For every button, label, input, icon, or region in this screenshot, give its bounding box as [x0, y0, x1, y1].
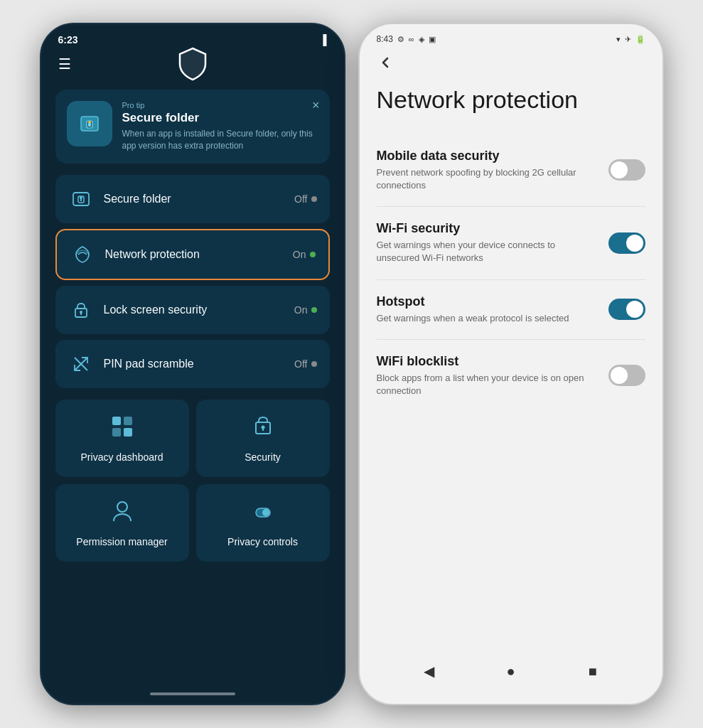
- hotspot-text: Hotspot Get warnings when a weak protoco…: [377, 294, 597, 325]
- left-battery-icon: ▐: [320, 34, 327, 46]
- setting-item-wifi-blocklist[interactable]: WiFi blocklist Block apps from a list wh…: [377, 340, 645, 412]
- left-header: ☰: [41, 50, 344, 84]
- security-label: Security: [245, 451, 281, 463]
- pin-pad-icon: [68, 351, 94, 377]
- svg-point-20: [117, 502, 127, 512]
- pin-pad-status: Off: [294, 358, 316, 370]
- bottom-grid: Privacy dashboard Security: [55, 400, 330, 562]
- page-title: Network protection: [360, 77, 662, 134]
- network-protection-icon: [70, 242, 95, 267]
- wifi-security-text: Wi-Fi security Get warnings when your de…: [377, 221, 597, 264]
- setting-item-mobile-data[interactable]: Mobile data security Prevent network spo…: [377, 134, 645, 207]
- mobile-data-name: Mobile data security: [377, 149, 597, 164]
- hotspot-desc: Get warnings when a weak protocol is sel…: [377, 312, 597, 325]
- nav-back-button[interactable]: ◀: [417, 660, 440, 682]
- status-icon-2: ∞: [409, 35, 414, 43]
- wifi-blocklist-desc: Block apps from a list when your device …: [377, 372, 597, 397]
- wifi-security-name: Wi-Fi security: [377, 221, 597, 236]
- settings-list: Mobile data security Prevent network spo…: [360, 134, 662, 412]
- grid-item-security[interactable]: Security: [196, 400, 330, 477]
- lock-screen-icon: [68, 297, 94, 323]
- svg-point-22: [262, 509, 269, 516]
- lock-screen-status-dot: [311, 307, 317, 313]
- svg-rect-16: [124, 428, 132, 437]
- secure-folder-status: Off: [294, 193, 316, 205]
- back-button[interactable]: [360, 48, 662, 77]
- right-phone: 8:43 ⚙ ∞ ◈ ▣ ▾ ✈ 🔋 Network protection Mo…: [358, 23, 664, 705]
- network-protection-status: On: [293, 249, 316, 260]
- wifi-security-desc: Get warnings when your device connects t…: [377, 239, 597, 264]
- setting-item-hotspot[interactable]: Hotspot Get warnings when a weak protoco…: [377, 280, 645, 340]
- home-indicator: [150, 692, 235, 695]
- pin-pad-label: PIN pad scramble: [104, 358, 285, 370]
- setting-item-wifi-security[interactable]: Wi-Fi security Get warnings when your de…: [377, 207, 645, 279]
- hotspot-toggle-knob: [626, 301, 643, 318]
- secure-folder-label: Secure folder: [104, 193, 285, 205]
- wifi-security-toggle[interactable]: [608, 232, 645, 254]
- right-status-bar: 8:43 ⚙ ∞ ◈ ▣ ▾ ✈ 🔋: [360, 24, 662, 48]
- mobile-data-toggle-knob: [611, 161, 628, 178]
- right-time: 8:43: [377, 34, 393, 44]
- hotspot-toggle[interactable]: [608, 299, 645, 320]
- wifi-blocklist-toggle[interactable]: [608, 365, 645, 386]
- hamburger-menu-icon[interactable]: ☰: [58, 55, 71, 73]
- pro-tip-desc: When an app is installed in Secure folde…: [122, 128, 318, 152]
- status-icon-3: ◈: [419, 35, 424, 44]
- grid-item-permission-manager[interactable]: Permission manager: [55, 484, 189, 562]
- privacy-controls-icon: [250, 498, 276, 529]
- nav-recent-button[interactable]: ■: [581, 660, 604, 682]
- mobile-data-toggle[interactable]: [608, 159, 645, 181]
- mobile-data-desc: Prevent network spoofing by blocking 2G …: [377, 166, 597, 192]
- settings-icon-status: ⚙: [397, 35, 404, 44]
- grid-item-privacy-dashboard[interactable]: Privacy dashboard: [55, 400, 189, 477]
- shield-logo: [174, 46, 211, 82]
- permission-manager-icon: [109, 498, 135, 529]
- pro-tip-content: Pro tip Secure folder When an app is ins…: [122, 101, 318, 152]
- secure-folder-status-dot: [311, 196, 317, 202]
- wifi-icon-status: ▾: [616, 35, 621, 44]
- lock-screen-label: Lock screen security: [104, 304, 284, 316]
- privacy-controls-label: Privacy controls: [227, 536, 298, 547]
- pro-tip-card: Pro tip Secure folder When an app is ins…: [55, 90, 330, 164]
- status-bar-left: 8:43 ⚙ ∞ ◈ ▣: [377, 34, 436, 44]
- battery-icon-status: 🔋: [635, 35, 645, 44]
- menu-item-pin-pad[interactable]: PIN pad scramble Off: [55, 340, 330, 388]
- svg-rect-7: [80, 198, 82, 201]
- svg-rect-14: [124, 417, 132, 425]
- network-protection-label: Network protection: [105, 248, 283, 261]
- wifi-blocklist-toggle-knob: [611, 367, 628, 384]
- pro-tip-title: Secure folder: [122, 111, 318, 125]
- status-icon-4: ▣: [429, 35, 436, 44]
- status-bar-right: ▾ ✈ 🔋: [616, 35, 645, 44]
- svg-rect-15: [112, 428, 121, 437]
- secure-folder-icon: [68, 186, 94, 212]
- permission-manager-label: Permission manager: [76, 536, 167, 547]
- menu-items-list: Secure folder Off Network protection On: [55, 175, 330, 388]
- pro-tip-close-button[interactable]: ×: [312, 98, 320, 113]
- pro-tip-label: Pro tip: [122, 101, 318, 109]
- svg-rect-3: [88, 123, 91, 127]
- bottom-nav: ◀ ● ■: [360, 653, 662, 690]
- grid-item-privacy-controls[interactable]: Privacy controls: [196, 484, 330, 562]
- lock-screen-status: On: [294, 304, 317, 316]
- menu-item-secure-folder[interactable]: Secure folder Off: [55, 175, 330, 223]
- left-time: 6:23: [58, 34, 78, 46]
- wifi-blocklist-name: WiFi blocklist: [377, 354, 597, 369]
- svg-rect-10: [80, 313, 82, 315]
- menu-item-network-protection[interactable]: Network protection On: [55, 229, 330, 280]
- nav-home-button[interactable]: ●: [499, 660, 522, 682]
- network-protection-status-dot: [310, 252, 316, 257]
- svg-rect-13: [112, 417, 121, 425]
- wifi-blocklist-text: WiFi blocklist Block apps from a list wh…: [377, 354, 597, 397]
- hotspot-name: Hotspot: [377, 294, 597, 309]
- menu-item-lock-screen[interactable]: Lock screen security On: [55, 286, 330, 334]
- airplane-icon-status: ✈: [625, 35, 631, 44]
- wifi-security-toggle-knob: [626, 235, 643, 252]
- security-icon: [250, 414, 276, 444]
- mobile-data-text: Mobile data security Prevent network spo…: [377, 149, 597, 192]
- left-phone: 6:23 ▐ ☰ Pro tip Secure folder When an a…: [40, 23, 345, 705]
- pro-tip-icon: [67, 101, 112, 146]
- privacy-dashboard-icon: [109, 414, 135, 444]
- pin-pad-status-dot: [311, 361, 317, 367]
- svg-rect-19: [262, 428, 264, 431]
